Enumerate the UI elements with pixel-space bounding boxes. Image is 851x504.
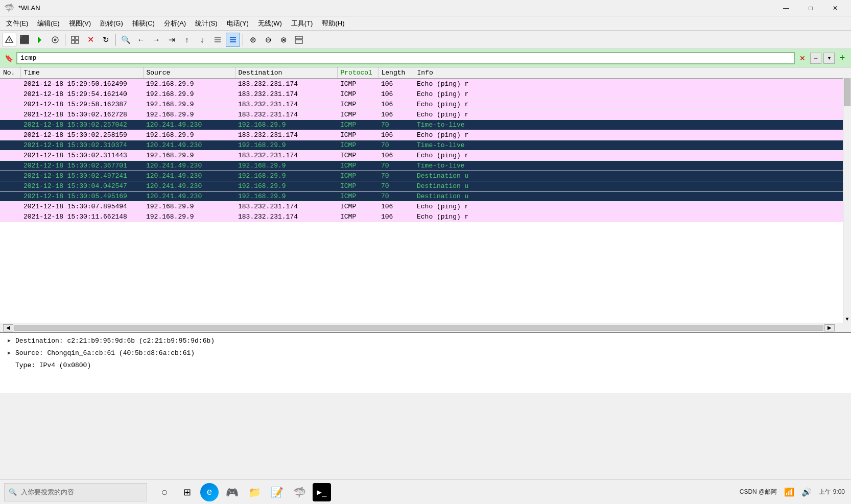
taskbar-search-btn[interactable]: ○ (155, 483, 174, 501)
scroll-right-arrow[interactable]: ▶ (824, 324, 835, 331)
cell-no (0, 202, 20, 212)
cell-info: Destination u (414, 191, 851, 202)
taskbar-taskview-btn[interactable]: ⊞ (178, 483, 196, 501)
minimize-button[interactable]: — (774, 1, 798, 15)
find-btn[interactable]: 🔍 (119, 33, 133, 47)
col-header-length[interactable]: Length (378, 67, 414, 79)
menu-jump[interactable]: 跳转(G) (96, 17, 127, 30)
expand-source-icon[interactable]: ▶ (5, 349, 13, 357)
cell-protocol: ICMP (337, 151, 378, 161)
filter-clear-button[interactable]: ✕ (797, 53, 808, 64)
source-detail-text: Source: Chongqin_6a:cb:61 (40:5b:d8:6a:c… (15, 347, 195, 359)
forward-btn[interactable]: → (149, 33, 163, 47)
stop-btn[interactable]: ⬛ (17, 33, 32, 47)
table-row[interactable]: 2021-12-18 15:30:02.310374120.241.49.230… (0, 140, 851, 151)
taskbar-terminal-btn[interactable]: ▶_ (313, 483, 331, 501)
horizontal-thumb[interactable] (14, 325, 823, 331)
last-packet-btn[interactable]: ↓ (195, 33, 209, 47)
taskbar-search-icon: 🔍 (9, 488, 17, 496)
grid-btn[interactable] (68, 33, 82, 47)
table-row[interactable]: 2021-12-18 15:29:50.162499192.168.29.918… (0, 79, 851, 89)
taskbar-sound-icon[interactable]: 🔊 (799, 487, 814, 497)
taskbar-shark-btn[interactable]: 🦈 (290, 483, 309, 501)
shark-toolbar-btn[interactable] (2, 33, 16, 47)
table-row[interactable]: 2021-12-18 15:29:58.162387192.168.29.918… (0, 100, 851, 110)
first-packet-btn[interactable]: ↑ (180, 33, 194, 47)
table-row[interactable]: 2021-12-18 15:30:02.257042120.241.49.230… (0, 120, 851, 130)
cell-source: 192.168.29.9 (143, 212, 235, 222)
layout-btn[interactable] (292, 33, 306, 47)
taskbar-csdn[interactable]: CSDN @邮阿 (738, 488, 779, 496)
table-row[interactable]: 2021-12-18 15:29:54.162140192.168.29.918… (0, 89, 851, 100)
auto-scroll-btn[interactable] (210, 33, 225, 47)
cell-length: 106 (378, 202, 414, 212)
taskbar-edge-btn[interactable]: e (200, 483, 219, 501)
scroll-thumb[interactable] (844, 76, 850, 106)
options-btn[interactable] (48, 33, 62, 47)
expand-destination-icon[interactable]: ▶ (5, 337, 13, 345)
cell-protocol: ICMP (337, 110, 378, 120)
horizontal-scroll-bar[interactable]: ◀ ▶ (0, 323, 851, 332)
menu-phone[interactable]: 电话(Y) (223, 17, 253, 30)
restart-btn[interactable]: ⏵ (33, 33, 47, 47)
taskbar-folder-btn[interactable]: 📁 (245, 483, 264, 501)
menu-edit[interactable]: 编辑(E) (33, 17, 63, 30)
close-button[interactable]: ✕ (823, 1, 847, 15)
filter-apply-arrow[interactable]: → (810, 53, 821, 64)
maximize-button[interactable]: □ (799, 1, 822, 15)
taskbar-notepad-btn[interactable]: 📝 (268, 483, 286, 501)
zoom-in-btn[interactable]: ⊕ (246, 33, 260, 47)
taskbar-search-box[interactable]: 🔍 入你要搜索的内容 (4, 483, 147, 501)
zoom-reset-btn[interactable]: ⊗ (276, 33, 291, 47)
taskbar-time[interactable]: 上午 9:00 (817, 488, 847, 496)
cell-protocol: ICMP (337, 79, 378, 89)
detail-row-type[interactable]: ▶ Type: IPv4 (0x0800) (4, 359, 847, 372)
col-header-protocol[interactable]: Protocol (337, 67, 378, 79)
table-row[interactable]: 2021-12-18 15:30:02.162728192.168.29.918… (0, 110, 851, 120)
menu-help[interactable]: 帮助(H) (318, 17, 348, 30)
col-header-destination[interactable]: Destination (235, 67, 337, 79)
col-header-source[interactable]: Source (143, 67, 235, 79)
app-icon: 🦈 (4, 3, 14, 13)
table-row[interactable]: 2021-12-18 15:30:04.042547120.241.49.230… (0, 181, 851, 191)
menu-analyze[interactable]: 分析(A) (160, 17, 190, 30)
reload-btn[interactable]: ↻ (99, 33, 113, 47)
zoom-out-btn[interactable]: ⊖ (261, 33, 275, 47)
filter-input[interactable] (16, 52, 795, 64)
cell-destination: 183.232.231.174 (235, 202, 337, 212)
close-capture-btn[interactable]: ✕ (83, 33, 98, 47)
taskbar-game-btn[interactable]: 🎮 (223, 483, 241, 501)
cell-no (0, 191, 20, 202)
table-row[interactable]: 2021-12-18 15:30:02.367701120.241.49.230… (0, 161, 851, 171)
menu-capture[interactable]: 捕获(C) (128, 17, 159, 30)
packet-list: No. Time Source Destination Protocol Len… (0, 67, 851, 323)
table-row[interactable]: 2021-12-18 15:30:07.895494192.168.29.918… (0, 202, 851, 212)
table-row[interactable]: 2021-12-18 15:30:11.662148192.168.29.918… (0, 212, 851, 222)
cell-source: 192.168.29.9 (143, 110, 235, 120)
col-header-time[interactable]: Time (20, 67, 143, 79)
menu-wireless[interactable]: 无线(W) (254, 17, 286, 30)
detail-row-source[interactable]: ▶ Source: Chongqin_6a:cb:61 (40:5b:d8:6a… (4, 347, 847, 359)
col-header-no[interactable]: No. (0, 67, 20, 79)
table-row[interactable]: 2021-12-18 15:30:02.497241120.241.49.230… (0, 171, 851, 181)
scroll-down-arrow[interactable]: ▼ (843, 315, 851, 323)
cell-length: 106 (378, 130, 414, 140)
back-btn[interactable]: ← (134, 33, 148, 47)
col-header-info[interactable]: Info (414, 67, 851, 79)
vertical-scrollbar[interactable]: ▲ ▼ (843, 67, 851, 323)
table-row[interactable]: 2021-12-18 15:30:02.258159192.168.29.918… (0, 130, 851, 140)
menu-view[interactable]: 视图(V) (65, 17, 95, 30)
filter-dropdown-button[interactable]: ▾ (823, 53, 835, 64)
table-row[interactable]: 2021-12-18 15:30:02.311443192.168.29.918… (0, 151, 851, 161)
colorize-btn[interactable] (226, 33, 240, 47)
menu-file[interactable]: 文件(E) (2, 17, 32, 30)
filter-add-button[interactable]: + (837, 53, 848, 64)
menu-tools[interactable]: 工具(T) (287, 17, 317, 30)
menu-stats[interactable]: 统计(S) (191, 17, 221, 30)
detail-row-destination[interactable]: ▶ Destination: c2:21:b9:95:9d:6b (c2:21:… (4, 335, 847, 347)
scroll-left-arrow[interactable]: ◀ (3, 324, 13, 331)
cell-info: Echo (ping) r (414, 79, 851, 89)
table-row[interactable]: 2021-12-18 15:30:05.495169120.241.49.230… (0, 191, 851, 202)
go-to-packet-btn[interactable]: ⇥ (164, 33, 179, 47)
taskbar-wifi-icon[interactable]: 📶 (782, 487, 796, 497)
